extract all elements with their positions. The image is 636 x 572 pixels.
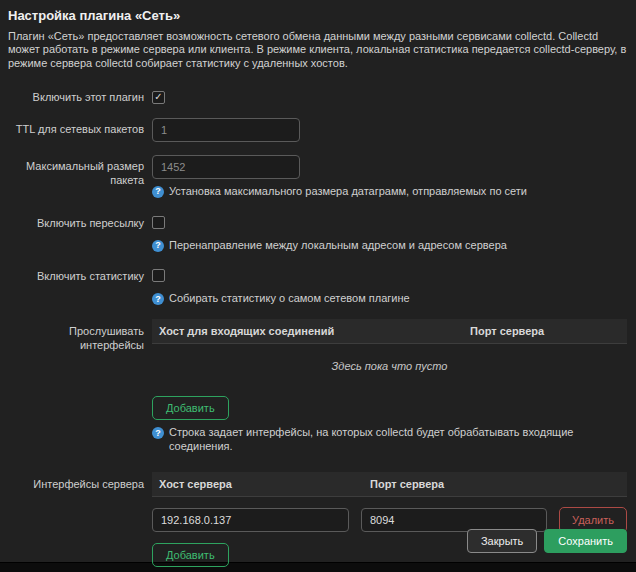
help-icon: ?	[152, 293, 164, 305]
table-header: Хост сервера Порт сервера	[152, 472, 627, 497]
max-packet-help-text: Установка максимального размера датаграм…	[169, 185, 527, 199]
max-packet-help: ? Установка максимального размера датагр…	[152, 185, 627, 199]
listen-interfaces-label: Прослушивать интерфейсы	[8, 319, 144, 353]
field-row-forwarding: Включить пересылку ? Перенаправление меж…	[8, 212, 627, 253]
max-packet-label: Максимальный размер пакета	[8, 155, 144, 188]
plugin-settings-dialog: Настройка плагина «Сеть» Плагин «Сеть» п…	[0, 0, 636, 563]
statistics-help-text: Собирать статистику о самом сетевом плаг…	[169, 292, 410, 306]
forwarding-checkbox[interactable]	[152, 216, 165, 229]
statistics-help: ? Собирать статистику о самом сетевом пл…	[152, 292, 627, 306]
enable-plugin-label: Включить этот плагин	[8, 86, 144, 105]
enable-plugin-checkbox[interactable]	[152, 91, 165, 104]
page-title: Настройка плагина «Сеть»	[8, 8, 627, 23]
help-icon: ?	[152, 186, 164, 198]
server-interfaces-table: Хост сервера Порт сервера	[152, 472, 627, 497]
add-listen-interface-button[interactable]: Добавить	[152, 396, 229, 420]
save-button[interactable]: Сохранить	[544, 529, 627, 553]
column-header-listen-port: Порт сервера	[463, 319, 627, 343]
column-header-listen-host: Хост для входящих соединений	[152, 319, 463, 343]
listen-interfaces-help-text: Строка задает интерфейсы, на которых col…	[169, 426, 627, 454]
field-row-ttl: TTL для сетевых пакетов	[8, 118, 627, 142]
empty-state-text: Здесь пока что пусто	[152, 344, 627, 386]
listen-interfaces-table: Хост для входящих соединений Порт сервер…	[152, 319, 627, 386]
ttl-input[interactable]	[152, 118, 300, 142]
field-row-enable-plugin: Включить этот плагин	[8, 86, 627, 105]
forwarding-label: Включить пересылку	[8, 212, 144, 231]
close-button[interactable]: Закрыть	[467, 529, 537, 553]
listen-interfaces-help: ? Строка задает интерфейсы, на которых c…	[152, 426, 627, 454]
forwarding-help-text: Перенаправление между локальным адресом …	[169, 239, 507, 253]
forwarding-help: ? Перенаправление между локальным адресо…	[152, 239, 627, 253]
column-header-server-port: Порт сервера	[363, 472, 627, 496]
statistics-checkbox[interactable]	[152, 269, 165, 282]
plugin-description: Плагин «Сеть» предоставляет возможность …	[8, 30, 627, 70]
table-header: Хост для входящих соединений Порт сервер…	[152, 319, 627, 344]
add-server-button[interactable]: Добавить	[152, 543, 229, 567]
help-icon: ?	[152, 427, 164, 439]
help-icon: ?	[152, 240, 164, 252]
dialog-footer: Закрыть Сохранить	[467, 529, 627, 553]
column-header-server-host: Хост сервера	[152, 472, 363, 496]
max-packet-input[interactable]	[152, 155, 300, 179]
field-row-max-packet: Максимальный размер пакета ? Установка м…	[8, 155, 627, 199]
server-interfaces-label: Интерфейсы сервера	[8, 472, 144, 492]
server-interfaces-section: Интерфейсы сервера Хост сервера Порт сер…	[8, 472, 627, 572]
ttl-label: TTL для сетевых пакетов	[8, 118, 144, 137]
field-row-statistics: Включить статистику ? Собирать статистик…	[8, 265, 627, 306]
server-host-input[interactable]	[152, 508, 349, 532]
listen-interfaces-section: Прослушивать интерфейсы Хост для входящи…	[8, 319, 627, 454]
statistics-label: Включить статистику	[8, 265, 144, 284]
